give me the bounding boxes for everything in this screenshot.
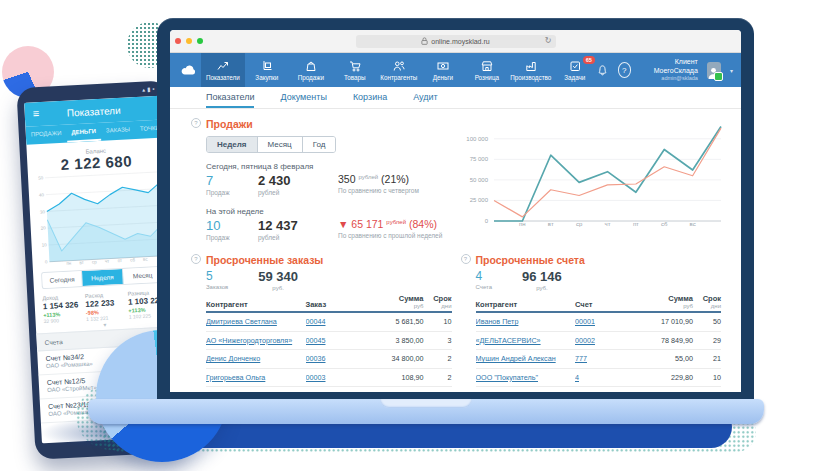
- phone-tab[interactable]: ДЕНЬГИ: [66, 123, 102, 143]
- phone-chart-plot: [45, 172, 164, 262]
- counterparty-link[interactable]: Дмитриева Светлана: [206, 317, 306, 326]
- days-cell: 3: [424, 336, 452, 345]
- sales-period-tab[interactable]: Год: [303, 137, 336, 152]
- invoice-link[interactable]: 00001: [575, 317, 629, 326]
- top-nav-item[interactable]: Показатели: [201, 53, 245, 87]
- refresh-icon[interactable]: ↻: [545, 36, 552, 45]
- invoice-link[interactable]: 00002: [575, 336, 629, 345]
- sub-nav-tab[interactable]: Показатели: [206, 87, 254, 108]
- x-tick-label: вс: [143, 257, 148, 262]
- invoice-link[interactable]: 4: [575, 373, 629, 382]
- top-nav-item[interactable]: Продажи: [289, 53, 333, 87]
- close-window-icon[interactable]: [175, 38, 181, 44]
- sales-today-heading: Сегодня, пятница 8 февраля: [206, 162, 458, 171]
- help-circle-icon[interactable]: ?: [191, 254, 201, 264]
- marketing-composition: ▴▮▪ ≡ Показатели ПРОДАЖИДЕНЬГИЗАКАЗЫТОЧК…: [0, 0, 828, 471]
- minimize-window-icon[interactable]: [186, 38, 192, 44]
- chevron-down-icon[interactable]: ▾: [730, 67, 733, 74]
- order-link[interactable]: 00003: [306, 373, 360, 382]
- top-nav-item[interactable]: Деньги: [421, 53, 465, 87]
- y-tick-label: 25 000: [470, 197, 488, 203]
- counterparty-link[interactable]: «ДЕЛЬТАСЕРВИС»: [476, 336, 576, 345]
- top-nav-item[interactable]: Товары: [333, 53, 377, 87]
- sales-period-tab[interactable]: Неделя: [207, 137, 258, 152]
- period-button[interactable]: Сегодня: [42, 271, 83, 288]
- sum-cell: 78 849,90: [629, 336, 693, 345]
- week-sales-count-label: Продаж: [206, 234, 258, 241]
- sub-nav-tab[interactable]: Документы: [280, 87, 326, 108]
- sub-nav-tab[interactable]: Корзина: [353, 87, 387, 108]
- order-link[interactable]: 00045: [306, 336, 360, 345]
- top-nav-item-label: Товары: [344, 74, 366, 81]
- invoice-link[interactable]: 777: [575, 354, 629, 363]
- days-cell: 21: [693, 354, 721, 363]
- top-nav-item-label: Задачи: [564, 74, 585, 81]
- counterparty-link[interactable]: Денис Донченко: [206, 354, 306, 363]
- invoices-total: 96 146: [522, 269, 562, 284]
- invoices-table-title: Просроченные счета: [476, 254, 585, 266]
- phone-status-icons: ▴▮▪: [142, 85, 157, 93]
- orders-count-label: Заказов: [206, 284, 228, 290]
- x-tick-label: ср: [92, 259, 97, 264]
- order-link[interactable]: 00044: [306, 317, 360, 326]
- sum-cell: 14 900,00: [360, 391, 424, 392]
- counterparty-link[interactable]: Денис Донченко: [206, 391, 306, 392]
- orders-table-title: Просроченные заказы: [206, 254, 323, 266]
- sub-nav-tab[interactable]: Аудит: [413, 87, 438, 108]
- days-cell: 10: [424, 317, 452, 326]
- x-tick-label: чт: [605, 221, 611, 227]
- help-circle-icon[interactable]: ?: [461, 254, 471, 264]
- money-icon: [437, 60, 449, 72]
- top-nav-item[interactable]: Закупки: [245, 53, 289, 87]
- account-menu[interactable]: Клиент МоегоСклада admin@sklada: [640, 58, 698, 82]
- invoices-count: 4: [476, 269, 493, 283]
- phone-tab[interactable]: ЗАКАЗЫ: [101, 121, 136, 141]
- sales-period-tab[interactable]: Месяц: [258, 137, 303, 152]
- counterparty-link[interactable]: АО «Нижегородторговля»: [206, 336, 306, 345]
- phone-stat: Доход1 154 326+113%32 900: [42, 293, 80, 324]
- phone-tab[interactable]: ПРОДАЖИ: [25, 125, 67, 145]
- help-icon[interactable]: ?: [618, 62, 632, 78]
- sales-week-chart: 025 00050 00075 000100 000 пнвтсрчтптсбв…: [458, 124, 721, 245]
- x-tick-label: пн: [519, 221, 526, 227]
- counterparty-link[interactable]: Григорьева Ольга: [206, 373, 306, 382]
- counterparty-link[interactable]: Иванов Петр: [476, 317, 576, 326]
- sum-cell: 3 850,00: [360, 336, 424, 345]
- period-button[interactable]: Неделя: [82, 269, 123, 286]
- counterparty-link[interactable]: Мушин Андрей Алексан: [476, 354, 576, 363]
- order-link[interactable]: 00036: [306, 354, 360, 363]
- sum-cell: 108,90: [360, 373, 424, 382]
- x-tick-label: ср: [576, 221, 582, 227]
- invoices-count-label: Счета: [476, 284, 493, 290]
- lock-icon: [421, 37, 428, 45]
- y-tick-label: 10: [41, 243, 46, 248]
- moysklad-logo[interactable]: [178, 53, 201, 87]
- top-nav-item[interactable]: Контрагенты: [377, 53, 421, 87]
- browser-chrome: online.moysklad.ru ↻: [170, 30, 741, 53]
- today-sales-count: 7: [206, 173, 258, 188]
- top-nav-item[interactable]: Задачи65: [553, 53, 597, 87]
- table-row: Иванов Петр0000117 010,9050: [476, 313, 722, 332]
- order-link[interactable]: 00024: [306, 391, 360, 392]
- today-sales-amount-label: рублей: [258, 189, 338, 196]
- orders-table-header: Контрагент Заказ Суммаруб Срокдни: [206, 294, 452, 313]
- maximize-window-icon[interactable]: [197, 38, 203, 44]
- week-sales-count: 10: [206, 218, 258, 233]
- counterparty-link[interactable]: ООО "Покупатель": [476, 373, 576, 382]
- top-nav-item[interactable]: Производство: [509, 53, 553, 87]
- notification-badge: 65: [583, 56, 595, 64]
- cart-icon: [349, 60, 361, 72]
- x-tick-label: вт: [79, 260, 84, 265]
- help-circle-icon[interactable]: ?: [191, 118, 201, 128]
- bell-icon[interactable]: [597, 63, 609, 77]
- top-nav-item[interactable]: Розница: [465, 53, 509, 87]
- sales-summary-block: ? Продажи НеделяМесяцГод Сегодня, пятниц…: [206, 118, 458, 245]
- hamburger-menu-icon[interactable]: ≡: [32, 107, 39, 119]
- table-row: Денис Донченко0002414 900,001: [206, 387, 452, 392]
- sum-cell: 34 800,00: [360, 354, 424, 363]
- url-bar[interactable]: online.moysklad.ru ↻: [356, 35, 556, 48]
- table-row: АО «Нижегородторговля»000453 850,003: [206, 332, 452, 351]
- top-nav-right: ? Клиент МоегоСклада admin@sklada ▾: [597, 53, 733, 87]
- avatar[interactable]: [707, 62, 721, 79]
- x-tick-label: сб: [130, 257, 135, 262]
